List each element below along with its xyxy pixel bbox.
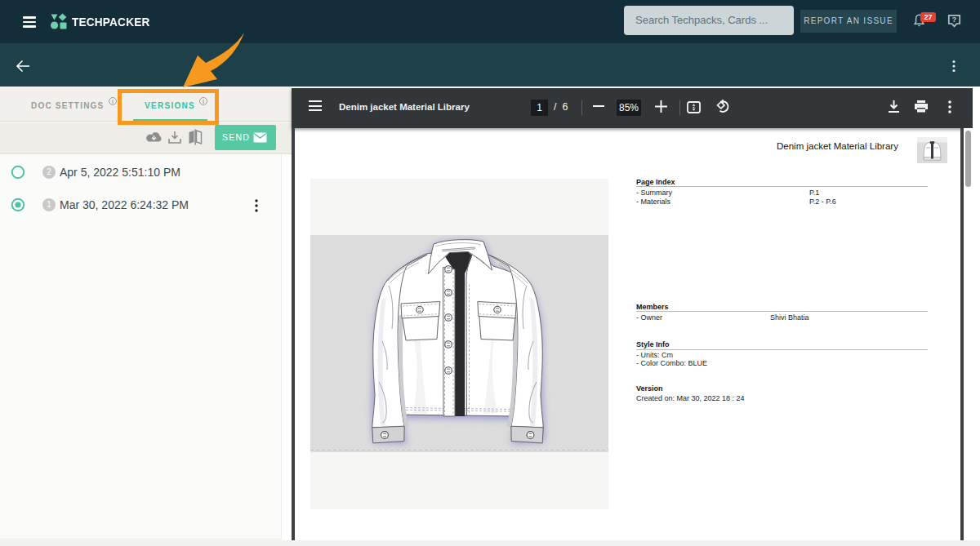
svg-text:?: ? <box>952 15 957 24</box>
